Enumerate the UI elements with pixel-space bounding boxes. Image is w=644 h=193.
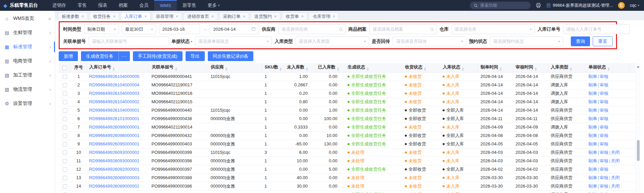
row-checkbox[interactable]	[63, 100, 67, 104]
order-no-link[interactable]: RD996649926104000003	[89, 91, 139, 96]
store-selector[interactable]: 99664-新界面商超版测试-管理...	[546, 3, 613, 8]
column-header-order-no[interactable]: 入库订单号	[86, 63, 149, 72]
action-link[interactable]: 制单	[588, 99, 597, 104]
column-header-sku-count[interactable]: SKU数	[262, 63, 284, 72]
action-link[interactable]: 审核	[599, 108, 608, 113]
close-tab-icon[interactable]: ×	[113, 15, 115, 19]
sidebar-item-ecommerce-mgmt[interactable]: ▥电商管理›	[0, 54, 55, 68]
column-header-receive-status[interactable]: 收货状态	[402, 63, 440, 72]
tab-warehouse-mgmt[interactable]: 仓库管理×	[309, 12, 339, 20]
date-from-input[interactable]: 2026-03-16	[159, 24, 200, 34]
order-no-link[interactable]: RD996649926098000001	[89, 133, 139, 138]
column-header-not-stored-qty[interactable]: 未入库数	[284, 63, 315, 72]
action-link[interactable]: 制单	[588, 184, 597, 189]
user-menu[interactable]: cqc ▾	[630, 3, 639, 8]
close-tab-icon[interactable]: ×	[212, 15, 214, 19]
order-no-link[interactable]: RD996649926092000001	[89, 167, 139, 172]
action-link[interactable]: 审核	[599, 158, 608, 163]
column-header-generate-status[interactable]: 生成状态	[345, 63, 402, 72]
inbound-type-select[interactable]: 请选择入库类型 ▾	[296, 36, 369, 46]
close-tab-icon[interactable]: ×	[176, 15, 178, 19]
topnav-item-archives[interactable]: 档案	[113, 0, 134, 11]
action-link[interactable]: 制单	[588, 167, 597, 172]
global-search-input[interactable]: 搜索功能	[470, 2, 531, 9]
row-checkbox[interactable]	[63, 75, 67, 79]
topnav-item-new-retail[interactable]: 新零售	[177, 0, 202, 11]
action-link[interactable]: 制单	[588, 141, 597, 146]
action-link[interactable]: 审核	[599, 167, 608, 172]
action-link[interactable]: 制单	[588, 150, 597, 155]
sidebar-item-logistics-mgmt[interactable]: ▨物流管理›	[0, 82, 55, 96]
date-to-input[interactable]: 2026-04-14	[210, 24, 259, 34]
tab-receiving-notes[interactable]: 收货单×	[282, 12, 307, 20]
row-checkbox[interactable]	[63, 184, 67, 189]
tab-container-mgmt[interactable]: 容器管理×	[152, 12, 182, 20]
order-no-link[interactable]: RD996649926089000002	[89, 184, 139, 189]
export-button[interactable]: 导出	[186, 51, 205, 61]
row-checkbox[interactable]	[63, 91, 67, 96]
tab-inbound-orders[interactable]: 入库订单×	[121, 12, 150, 20]
vertical-scrollbar[interactable]	[637, 140, 640, 161]
close-tab-icon[interactable]: ×	[274, 15, 277, 19]
order-no-link[interactable]: RD996649926104000004	[89, 82, 139, 87]
topnav-item-members[interactable]: 会员	[134, 0, 154, 11]
column-header-supplier[interactable]: 供应商	[208, 63, 262, 72]
column-header-audit-time[interactable]: 审核时间	[513, 63, 548, 72]
sidebar-item-fresh-mgmt[interactable]: ▤生鲜管理›	[0, 26, 55, 40]
tab-receiving-tasks[interactable]: 收货任务×	[89, 12, 119, 20]
row-checkbox[interactable]	[63, 150, 67, 155]
action-link[interactable]: 审核	[599, 141, 608, 146]
action-link[interactable]: 制单	[588, 116, 597, 121]
supplier-input[interactable]	[278, 24, 346, 34]
action-link[interactable]: 制单	[588, 82, 597, 87]
order-no-link[interactable]: RD996649926099000001	[89, 125, 139, 130]
order-no-link[interactable]: RD996649926095000001	[89, 141, 139, 146]
action-link[interactable]: 审核	[599, 133, 608, 138]
callback-select[interactable]: 请选择是否回传 ▾	[393, 36, 466, 46]
action-link[interactable]: 制单	[588, 192, 597, 193]
date-preset-select[interactable]: 最近30日 ▾	[122, 24, 156, 34]
order-no-input[interactable]	[563, 24, 630, 34]
row-checkbox[interactable]	[63, 117, 67, 121]
topnav-item-wms[interactable]: WMS	[154, 0, 177, 11]
order-no-link[interactable]: RD996649926093000001	[89, 158, 139, 163]
column-header-doc-status[interactable]: 单据状态	[586, 63, 629, 72]
warehouse-select[interactable]: 请选择仓库 ▾	[451, 24, 535, 34]
action-link[interactable]: 关闭	[611, 158, 620, 163]
order-no-link[interactable]: RD996649926093000002	[89, 150, 139, 155]
action-link[interactable]: 制单	[588, 158, 597, 163]
product-input[interactable]	[369, 24, 437, 34]
collapse-sidebar-icon[interactable]: «	[48, 16, 51, 21]
generate-receiving-task-button[interactable]: 生成收货任务	[81, 51, 118, 61]
printer-icon[interactable]	[536, 3, 541, 8]
row-checkbox[interactable]	[63, 176, 67, 180]
action-link[interactable]: 制单	[588, 133, 597, 138]
action-link[interactable]: 制单	[588, 125, 597, 130]
avatar[interactable]: C	[618, 2, 625, 9]
search-icon[interactable]	[339, 27, 343, 31]
close-tab-icon[interactable]: ×	[243, 15, 245, 19]
column-header-related-no[interactable]: 关联单据号	[149, 63, 208, 72]
column-header-inbound-type[interactable]: 入库类型	[548, 63, 586, 72]
column-settings-icon[interactable]: ≡	[637, 65, 640, 69]
time-type-select[interactable]: 制单日期 ▾	[84, 24, 119, 34]
action-link[interactable]: 审核	[599, 116, 608, 121]
action-link[interactable]: 审核	[599, 74, 608, 79]
order-no-link[interactable]: RD996649926101000001	[89, 116, 139, 121]
sidebar-item-standard-mgmt[interactable]: ▦标准管理›	[0, 40, 55, 54]
appointment-select[interactable]: 请选择预约状态 ▾	[490, 36, 563, 46]
action-link[interactable]: 审核	[599, 175, 608, 180]
tab-inventory-home[interactable]: 进销存首页×	[184, 12, 218, 20]
tab-standard-params[interactable]: 标准参数×	[58, 12, 88, 20]
order-no-link[interactable]: RD996649926104000002	[89, 99, 139, 104]
reset-button[interactable]: 重置	[593, 36, 613, 46]
row-checkbox[interactable]	[63, 125, 67, 130]
topnav-item-reports[interactable]: 报表	[92, 0, 113, 11]
sidebar-item-wms-home[interactable]: ⌂WMS首页«	[0, 11, 55, 26]
topnav-item-retail[interactable]: 零售	[72, 0, 92, 11]
search-icon[interactable]	[430, 27, 434, 31]
action-link[interactable]: 制单	[588, 175, 597, 180]
tab-delivery-appointment[interactable]: 送货预约×	[251, 12, 280, 20]
action-link[interactable]: 关闭	[611, 184, 620, 189]
close-tab-icon[interactable]: ×	[82, 15, 84, 19]
